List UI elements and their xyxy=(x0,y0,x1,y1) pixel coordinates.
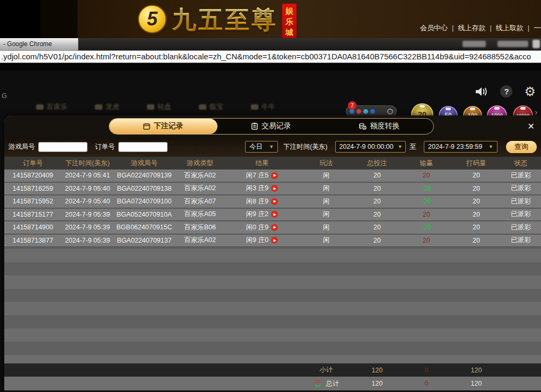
cell-time: 2024-7-9 05:39 xyxy=(62,221,114,234)
roulette-icon xyxy=(147,104,154,110)
grandtotal-label: 总计 xyxy=(326,379,339,388)
cell-time: 2024-7-9 05:40 xyxy=(62,183,114,195)
grandtotal-total: 120 xyxy=(353,377,401,390)
table-row: 14158720409 2024-7-9 05:41 BGA0224070913… xyxy=(4,170,541,183)
glass-blur-blob xyxy=(463,41,486,47)
cell-time: 2024-7-9 05:39 xyxy=(62,209,114,221)
nav-item-niuniu[interactable]: 牛牛 xyxy=(251,102,275,112)
cell-round: BGB0624070915C xyxy=(114,221,175,234)
chevron-down-icon: ▼ xyxy=(398,144,403,149)
link-divider: | xyxy=(490,24,491,32)
cell-total: 20 xyxy=(353,195,401,208)
help-icon[interactable]: ? xyxy=(500,85,512,97)
cell-turnover: 20 xyxy=(452,235,501,247)
tab-group: 下注记录 交易记录 $ 额度转换 xyxy=(109,118,434,135)
cell-bettype: 闲 xyxy=(299,221,353,234)
link-online-deposit[interactable]: 线上存款 xyxy=(458,24,485,32)
subtotal-turnover: 120 xyxy=(452,363,501,377)
play-icon[interactable]: ▶ xyxy=(271,198,278,205)
logo-ribbon: 娱 乐 城 xyxy=(282,4,296,41)
play-icon[interactable]: ▶ xyxy=(271,224,278,231)
cell-winloss: -20 xyxy=(401,183,452,195)
subtotal-total: 120 xyxy=(353,363,401,377)
chevron-down-icon: ▼ xyxy=(269,144,274,149)
refresh-icon[interactable] xyxy=(313,379,322,388)
col-header-game: 游戏类型 xyxy=(175,157,225,170)
grandtotal-row: 总计 120 0 120 xyxy=(4,377,541,390)
gear-icon[interactable]: ⚙ xyxy=(524,85,536,97)
mini-chip-dot xyxy=(363,109,368,114)
cell-status: 已派彩 xyxy=(501,221,541,234)
nav-item-roulette[interactable]: 轮盘 xyxy=(147,102,171,112)
cell-bettype: 闲 xyxy=(299,170,353,182)
tab-quota-transfer[interactable]: $ 额度转换 xyxy=(325,119,433,134)
cell-round: BGA0524070910A xyxy=(114,209,175,221)
cell-bettype: 闲 xyxy=(299,209,353,221)
ribbon-char: 娱 xyxy=(285,6,293,16)
magnifier-icon xyxy=(387,109,393,114)
url-bar[interactable]: .ydjol.com/h5V01/pc/index.html?return=ab… xyxy=(0,50,541,63)
time-to-select[interactable]: 2024-7-9 23:59:59▼ xyxy=(424,141,498,153)
cell-winloss: 20 xyxy=(401,235,452,247)
cell-game: 百家乐A02 xyxy=(175,235,225,247)
site-header: 5 九五至尊 娱 乐 城 会员中心|线上存款|线上取款|一键 xyxy=(0,0,541,38)
notification-badge: 7 xyxy=(348,101,356,110)
header-dark-corner xyxy=(40,0,77,38)
cell-game: 百家乐A02 xyxy=(175,170,225,182)
speaker-icon[interactable] xyxy=(475,86,488,97)
cell-total: 20 xyxy=(353,183,401,195)
play-icon[interactable]: ▶ xyxy=(271,211,278,218)
time-from-select[interactable]: 2024-7-9 00:00:00▼ xyxy=(335,141,406,153)
game-nav: 百家乐 龙虎 轮盘 骰宝 牛牛 xyxy=(36,102,275,112)
cell-time: 2024-7-9 05:39 xyxy=(62,235,114,247)
cell-winloss: -20 xyxy=(401,221,452,234)
cell-game: 百家乐B06 xyxy=(175,221,225,234)
niuniu-icon xyxy=(251,104,258,110)
subtotal-row: 小计 120 0 120 xyxy=(4,363,541,377)
screen-black-corner xyxy=(0,0,40,38)
nav-item-sicbo[interactable]: 骰宝 xyxy=(199,102,223,112)
grandtotal-turnover: 120 xyxy=(452,377,501,390)
link-online-withdraw[interactable]: 线上取款 xyxy=(496,24,523,32)
table-body: 14158720409 2024-7-9 05:41 BGA0224070913… xyxy=(4,170,541,363)
tab-bet-records[interactable]: 下注记录 xyxy=(109,119,217,134)
order-no-label: 订单号 xyxy=(95,142,115,152)
site-logo: 5 九五至尊 娱 乐 城 xyxy=(138,3,296,41)
link-one-key[interactable]: 一键 xyxy=(534,24,541,32)
col-header-time: 下注时间(美东) xyxy=(62,157,114,170)
cell-time: 2024-7-9 05:41 xyxy=(62,170,114,182)
baccarat-icon xyxy=(36,104,43,110)
link-divider: | xyxy=(452,24,453,32)
cell-turnover: 20 xyxy=(452,195,501,208)
cell-game: 百家乐A07 xyxy=(175,195,225,208)
play-icon[interactable]: ▶ xyxy=(271,237,278,244)
subtotal-label: 小计 xyxy=(299,363,353,377)
play-icon[interactable]: ▶ xyxy=(271,185,278,192)
filter-bar: 游戏局号 订单号 今日▼ 下注时间(美东) 2024-7-9 00:00:00▼… xyxy=(4,137,541,157)
cell-winloss: 20 xyxy=(401,209,452,221)
cell-order: 14158720409 xyxy=(4,170,62,182)
col-header-bettype: 玩法 xyxy=(299,157,353,170)
close-icon[interactable]: ✕ xyxy=(528,121,535,131)
cell-bettype: 闲 xyxy=(299,235,353,247)
order-no-input[interactable] xyxy=(118,142,168,152)
cell-turnover: 20 xyxy=(452,170,501,182)
table-row: 14158716259 2024-7-9 05:40 BGA0224070913… xyxy=(4,183,541,196)
nav-item-baccarat[interactable]: 百家乐 xyxy=(36,102,67,112)
cell-order: 14158713877 xyxy=(4,235,62,247)
result-text: 闲0 庄9 xyxy=(246,223,268,232)
cell-winloss: -20 xyxy=(401,195,452,208)
cell-result: 闲9 庄0 ▶ xyxy=(225,235,299,247)
game-round-input[interactable] xyxy=(38,142,88,152)
game-round-label: 游戏局号 xyxy=(8,142,35,152)
col-header-result: 结果 xyxy=(225,157,299,170)
link-member-center[interactable]: 会员中心 xyxy=(420,24,448,32)
date-range-select[interactable]: 今日▼ xyxy=(245,141,278,153)
play-icon[interactable]: ▶ xyxy=(271,172,278,179)
nav-item-dragontiger[interactable]: 龙虎 xyxy=(95,102,119,112)
tab-transaction-records[interactable]: 交易记录 xyxy=(217,119,326,134)
result-text: 闲9 庄2 xyxy=(246,210,268,219)
cell-result: 闲0 庄9 ▶ xyxy=(225,221,299,234)
query-button[interactable]: 查询 xyxy=(506,141,537,153)
cell-bettype: 闲 xyxy=(299,195,353,208)
